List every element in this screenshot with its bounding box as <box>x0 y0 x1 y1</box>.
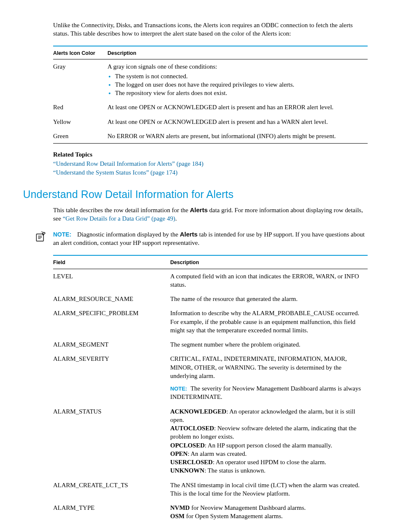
alerts-term: Alerts <box>180 231 198 238</box>
cell-description: No ERROR or WARN alerts are present, but… <box>107 129 368 144</box>
bullet-item: The system is not connected. <box>115 72 363 80</box>
cell-field: ALARM_STATUS <box>53 404 170 478</box>
text: This table describes the row detail info… <box>53 207 190 213</box>
cell-field: ALARM_SEGMENT <box>53 337 170 352</box>
cell-description: ACKNOWLEDGED: An operator acknowledged t… <box>170 404 368 478</box>
cell-field: ALARM_CREATE_LCT_TS <box>53 478 170 501</box>
bullet-item: The repository view for alerts does not … <box>115 89 363 97</box>
type-name: OSM <box>170 513 184 519</box>
inline-link[interactable]: “Get Row Details for a Data Grid” (page … <box>63 215 175 222</box>
table-row: ALARM_SEVERITY CRITICAL, FATAL, INDETERM… <box>53 352 368 404</box>
status-name: USERCLOSED <box>170 459 213 465</box>
table-row: Yellow At least one OPEN or ACKNOWLEDGED… <box>53 115 368 129</box>
table-row: Red At least one OPEN or ACKNOWLEDGED al… <box>53 100 368 114</box>
status-name: UNKNOWN <box>170 467 205 474</box>
col-header-color: Alerts Icon Color <box>53 46 107 59</box>
note-block: NOTE:Diagnostic information displayed by… <box>23 230 368 247</box>
text: : The status is unknown. <box>205 467 266 474</box>
section-intro-paragraph: This table describes the row detail info… <box>53 206 368 223</box>
cell-field: ALARM_TYPE <box>53 501 170 524</box>
cell-field: ALARM_RESOURCE_NAME <box>53 292 170 306</box>
intro-paragraph: Unlike the Connectivity, Disks, and Tran… <box>53 21 368 38</box>
cell-field: LEVEL <box>53 269 170 292</box>
cell-color: Yellow <box>53 115 107 129</box>
status-name: OPCLOSED <box>170 442 205 449</box>
table-row: Green No ERROR or WARN alerts are presen… <box>53 129 368 144</box>
cell-color: Red <box>53 100 107 114</box>
cell-description: CRITICAL, FATAL, INDETERMINATE, INFORMAT… <box>170 352 368 404</box>
table-row: ALARM_CREATE_LCT_TS The ANSI timestamp i… <box>53 478 368 501</box>
type-name: NVMD <box>170 504 190 511</box>
text: Diagnostic information displayed by the <box>77 231 180 238</box>
status-name: AUTOCLOSED <box>170 425 214 432</box>
cell-description: Information to describe why the ALARM_PR… <box>170 306 368 337</box>
cell-description: A gray icon signals one of these conditi… <box>107 59 368 100</box>
status-name: ACKNOWLEDGED <box>170 408 226 415</box>
cell-color: Green <box>53 129 107 144</box>
col-header-description: Description <box>107 46 368 59</box>
text: for Neoview Management Dashboard alarms. <box>190 504 306 511</box>
table-row: ALARM_STATUS ACKNOWLEDGED: An operator a… <box>53 404 368 478</box>
cell-description: The segment number where the problem ori… <box>170 337 368 352</box>
cell-description: At least one OPEN or ACKNOWLEDGED alert … <box>107 100 368 114</box>
table-row: ALARM_RESOURCE_NAME The name of the reso… <box>53 292 368 306</box>
text: for Open System Management alarms. <box>184 513 283 519</box>
text: The severity for Neoview Management Dash… <box>170 385 361 400</box>
col-header-description: Description <box>170 256 368 269</box>
text: : An operator used HPDM to close the ala… <box>213 459 326 465</box>
severity-text: CRITICAL, FATAL, INDETERMINATE, INFORMAT… <box>170 355 363 380</box>
alerts-term: Alerts <box>190 206 208 213</box>
cell-description: The name of the resource that generated … <box>170 292 368 306</box>
table-header-row: Field Description <box>53 256 368 269</box>
col-header-field: Field <box>53 256 170 269</box>
text: . <box>175 215 177 222</box>
table-row: ALARM_SEGMENT The segment number where t… <box>53 337 368 352</box>
cell-description: At least one OPEN or ACKNOWLEDGED alert … <box>107 115 368 129</box>
alerts-icon-color-table: Alerts Icon Color Description Gray A gra… <box>53 46 368 144</box>
cell-field: ALARM_SPECIFIC_PROBLEM <box>53 306 170 337</box>
text: : An HP support person closed the alarm … <box>205 442 332 449</box>
row-detail-fields-table: Field Description LEVEL A computed field… <box>53 255 368 524</box>
cell-field: ALARM_SEVERITY <box>53 352 170 404</box>
text: : An alarm was created. <box>188 450 247 457</box>
table-row: LEVEL A computed field with an icon that… <box>53 269 368 292</box>
related-topics-heading: Related Topics <box>53 150 368 159</box>
related-link[interactable]: “Understand the System Status Icons” (pa… <box>53 169 177 176</box>
cell-color: Gray <box>53 59 107 100</box>
section-heading: Understand Row Detail Information for Al… <box>23 188 368 202</box>
status-name: OPEN <box>170 450 188 457</box>
gray-lead: A gray icon signals one of these conditi… <box>107 63 217 70</box>
cell-description: NVMD for Neoview Management Dashboard al… <box>170 501 368 524</box>
related-link[interactable]: “Understand Row Detail Information for A… <box>53 160 203 167</box>
table-row: ALARM_SPECIFIC_PROBLEM Information to de… <box>53 306 368 337</box>
table-row: Gray A gray icon signals one of these co… <box>53 59 368 100</box>
table-header-row: Alerts Icon Color Description <box>53 46 368 59</box>
note-icon <box>23 230 53 243</box>
note-label: NOTE: <box>170 386 187 392</box>
cell-description: The ANSI timestamp in local civil time (… <box>170 478 368 501</box>
bullet-item: The logged on user does not have the req… <box>115 80 363 89</box>
table-row: ALARM_TYPE NVMD for Neoview Management D… <box>53 501 368 524</box>
related-topics: Related Topics “Understand Row Detail In… <box>53 150 368 177</box>
note-label: NOTE: <box>53 231 72 238</box>
cell-description: A computed field with an icon that indic… <box>170 269 368 292</box>
